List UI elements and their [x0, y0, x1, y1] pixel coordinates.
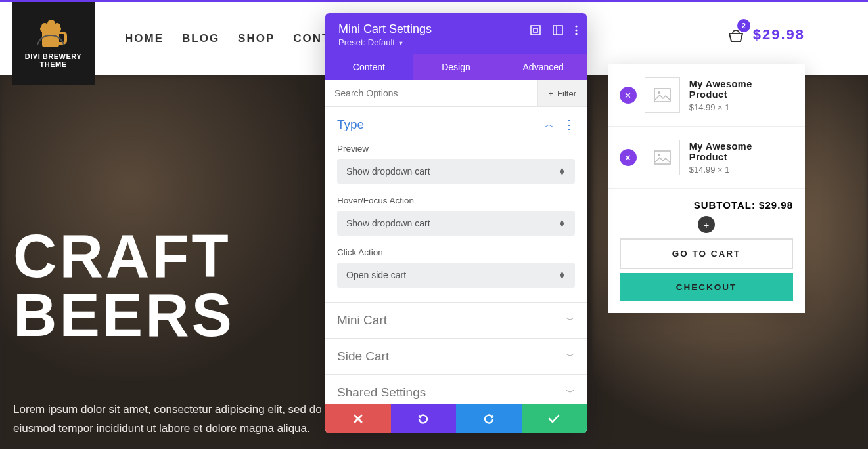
section-type-title: Type — [337, 118, 364, 132]
plus-icon: + — [704, 219, 710, 230]
select-arrows-icon: ▲▼ — [559, 168, 566, 175]
check-icon — [548, 414, 560, 423]
svg-rect-7 — [553, 26, 562, 35]
select-arrows-icon: ▲▼ — [559, 220, 566, 227]
search-row: + Filter — [325, 80, 587, 107]
main-nav: Home Blog Shop Contact — [125, 32, 356, 45]
chevron-down-icon: ﹀ — [566, 314, 575, 326]
svg-rect-14 — [654, 89, 670, 102]
hero-paragraph: Lorem ipsum dolor sit amet, consectetur … — [13, 400, 335, 438]
svg-point-10 — [575, 29, 577, 31]
expand-icon[interactable] — [530, 25, 541, 35]
svg-point-15 — [658, 91, 660, 94]
search-input[interactable] — [325, 80, 537, 106]
hover-action-label: Hover/Focus Action — [337, 196, 575, 205]
tab-design[interactable]: Design — [413, 54, 500, 80]
preview-value: Show dropdown cart — [346, 166, 430, 177]
cart-total: $29.98 — [753, 26, 805, 43]
svg-point-11 — [575, 33, 577, 35]
svg-rect-16 — [654, 151, 670, 164]
preview-select[interactable]: Show dropdown cart ▲▼ — [337, 159, 575, 184]
click-action-select[interactable]: Open side cart ▲▼ — [337, 263, 575, 288]
go-to-cart-button[interactable]: GO TO CART — [620, 238, 793, 269]
click-action-value: Open side cart — [346, 270, 406, 280]
undo-icon — [417, 413, 429, 425]
close-icon: ✕ — [624, 153, 631, 163]
chevron-up-icon: ︿ — [545, 119, 554, 131]
chevron-down-icon: ﹀ — [566, 351, 575, 362]
cart-subtotal: SUBTOTAL: $29.98 — [608, 189, 805, 216]
image-placeholder-icon — [654, 88, 671, 102]
close-icon: ✕ — [624, 91, 631, 100]
image-placeholder-icon — [654, 150, 671, 165]
remove-item-button[interactable]: ✕ — [620, 149, 637, 166]
cart-item-price: $14.99 × 1 — [689, 102, 793, 112]
tab-content[interactable]: Content — [325, 54, 413, 80]
chevron-down-icon: ﹀ — [566, 387, 575, 398]
select-arrows-icon: ▲▼ — [559, 272, 566, 279]
nav-shop[interactable]: Shop — [238, 32, 275, 45]
hover-action-value: Show dropdown cart — [346, 218, 430, 228]
panel-layout-icon[interactable] — [553, 25, 563, 35]
section-shared-settings: Shared Settings ﹀ — [325, 375, 587, 404]
subtotal-value: $29.98 — [759, 200, 793, 211]
cart-count-badge: 2 — [737, 19, 750, 32]
svg-point-1 — [41, 23, 48, 30]
add-section-button[interactable]: + — [698, 216, 715, 233]
settings-panel: Mini Cart Settings Preset: Default ▼ Con… — [325, 13, 587, 433]
panel-footer — [325, 404, 587, 433]
cart-item: ✕ My Awesome Product $14.99 × 1 — [608, 64, 805, 127]
cancel-button[interactable] — [325, 404, 391, 433]
tab-advanced[interactable]: Advanced — [499, 54, 587, 80]
site-logo[interactable]: DIVI BREWERY THEME — [12, 2, 95, 85]
nav-home[interactable]: Home — [125, 32, 164, 45]
chevron-down-icon: ▼ — [396, 40, 403, 47]
section-mini-cart-header[interactable]: Mini Cart ﹀ — [325, 303, 587, 338]
hover-action-select[interactable]: Show dropdown cart ▲▼ — [337, 211, 575, 236]
svg-rect-5 — [531, 26, 540, 35]
section-type: Type ︿ ⋮ Preview Show dropdown cart ▲▼ H… — [325, 107, 587, 303]
section-side-cart-header[interactable]: Side Cart ﹀ — [325, 339, 587, 374]
click-action-label: Click Action — [337, 247, 575, 257]
cart-widget[interactable]: 2 $29.98 — [727, 26, 805, 44]
filter-button[interactable]: + Filter — [537, 80, 587, 106]
save-button[interactable] — [522, 404, 587, 433]
hero-title-line1: CRAFT — [13, 223, 231, 289]
beer-mug-icon — [35, 18, 71, 49]
close-icon — [354, 414, 363, 423]
svg-point-17 — [658, 154, 660, 156]
svg-rect-6 — [534, 28, 537, 32]
panel-tabs: Content Design Advanced — [325, 54, 587, 80]
section-shared-title: Shared Settings — [337, 385, 426, 400]
plus-icon: + — [549, 89, 554, 98]
filter-label: Filter — [557, 89, 576, 98]
checkout-button[interactable]: CHECKOUT — [620, 273, 793, 301]
cart-item-price: $14.99 × 1 — [689, 165, 793, 175]
cart-item: ✕ My Awesome Product $14.99 × 1 — [608, 127, 805, 189]
product-thumbnail — [645, 77, 680, 113]
subtotal-label: SUBTOTAL: — [694, 200, 756, 211]
section-side-cart-title: Side Cart — [337, 349, 389, 364]
section-shared-header[interactable]: Shared Settings ﹀ — [325, 375, 587, 404]
preview-label: Preview — [337, 144, 575, 154]
redo-icon — [483, 413, 495, 425]
svg-point-3 — [54, 23, 60, 30]
product-thumbnail — [645, 140, 680, 175]
section-mini-cart-title: Mini Cart — [337, 313, 387, 328]
panel-preset-label: Preset: Default — [338, 37, 395, 47]
svg-point-9 — [575, 25, 577, 27]
panel-header[interactable]: Mini Cart Settings Preset: Default ▼ — [325, 13, 587, 54]
cart-item-name: My Awesome Product — [689, 79, 793, 100]
undo-button[interactable] — [391, 404, 457, 433]
redo-button[interactable] — [456, 404, 522, 433]
section-mini-cart: Mini Cart ﹀ — [325, 303, 587, 339]
section-type-header[interactable]: Type ︿ ⋮ — [325, 107, 587, 142]
section-side-cart: Side Cart ﹀ — [325, 339, 587, 375]
panel-preset[interactable]: Preset: Default ▼ — [338, 37, 574, 47]
nav-blog[interactable]: Blog — [182, 32, 219, 45]
kebab-menu-icon[interactable] — [575, 25, 578, 35]
hero-title-line2: BEERS — [13, 282, 235, 349]
remove-item-button[interactable]: ✕ — [620, 87, 637, 104]
cart-basket-icon: 2 — [727, 26, 745, 44]
logo-text: DIVI BREWERY THEME — [12, 53, 95, 68]
